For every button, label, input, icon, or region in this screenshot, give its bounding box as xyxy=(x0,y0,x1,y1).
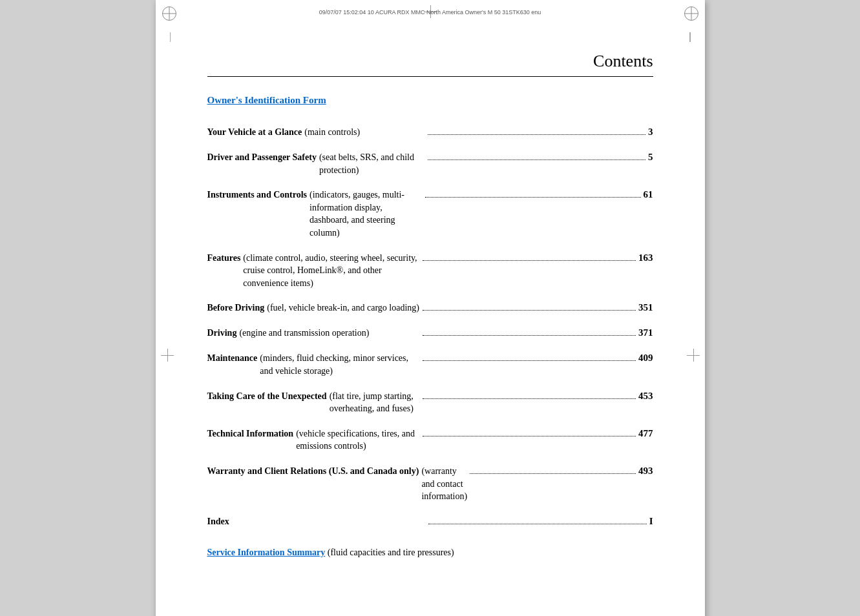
toc-page: 493 xyxy=(638,464,653,478)
title-divider xyxy=(207,76,653,77)
toc-title: Driving xyxy=(207,327,237,340)
toc-title: Taking Care of the Unexpected xyxy=(207,390,327,403)
toc-dots xyxy=(425,197,641,198)
toc-page: 61 xyxy=(644,188,653,201)
toc-entry-text: Before Driving (fuel, vehicle break-in, … xyxy=(207,302,421,314)
toc-title: Warranty and Client Relations (U.S. and … xyxy=(207,465,419,478)
toc-desc: (engine and transmission operation) xyxy=(239,327,369,340)
toc-title: Features xyxy=(207,252,241,265)
toc-title: Your Vehicle at a Glance xyxy=(207,126,302,139)
toc-entry-text: Warranty and Client Relations (U.S. and … xyxy=(207,465,468,503)
toc-page: 453 xyxy=(638,389,653,403)
service-info-desc: (fluid capacities and tire pressures) xyxy=(325,548,454,557)
toc-desc: (fuel, vehicle break-in, and cargo loadi… xyxy=(267,302,419,314)
toc-desc: (indicators, gauges, multi-information d… xyxy=(309,189,423,239)
toc-dots xyxy=(423,398,636,399)
toc-dots xyxy=(470,473,636,474)
toc-desc: (minders, fluid checking, minor services… xyxy=(260,352,420,377)
table-row: Warranty and Client Relations (U.S. and … xyxy=(207,464,653,503)
toc-desc: (climate control, audio, steering wheel,… xyxy=(243,252,420,290)
toc-entry-text: Technical Information (vehicle specifica… xyxy=(207,427,421,453)
toc-dots xyxy=(423,436,636,436)
toc-desc: (main controls) xyxy=(304,126,360,139)
owners-form-link[interactable]: Owner's Identification Form xyxy=(207,95,653,106)
toc-dots xyxy=(423,260,636,261)
table-row: Driver and Passenger Safety (seat belts,… xyxy=(207,150,653,176)
toc-dots xyxy=(428,134,645,135)
toc-title: Before Driving xyxy=(207,302,265,314)
registration-mark-top-right xyxy=(684,6,698,21)
toc-title: Instruments and Controls xyxy=(207,189,308,201)
toc-entry-text: Features (climate control, audio, steeri… xyxy=(207,252,421,290)
top-metadata: 09/07/07 15:02:04 10 ACURA RDX MMC North… xyxy=(188,9,673,15)
registration-mark-top-left xyxy=(162,6,176,21)
toc-title: Index xyxy=(207,515,229,528)
toc-page: 163 xyxy=(638,251,653,265)
toc-dots xyxy=(428,159,645,160)
crosshair-left xyxy=(161,349,174,362)
page-title: Contents xyxy=(207,52,653,71)
service-info-link[interactable]: Service Information Summary xyxy=(207,548,326,557)
table-row: Instruments and Controls (indicators, ga… xyxy=(207,188,653,239)
toc-entry-text: Driving (engine and transmission operati… xyxy=(207,327,421,340)
toc-entry-text: Taking Care of the Unexpected (flat tire… xyxy=(207,390,421,415)
content-area: Contents Owner's Identification Form You… xyxy=(207,52,653,616)
page: 09/07/07 15:02:04 10 ACURA RDX MMC North… xyxy=(156,0,705,616)
toc-page: 477 xyxy=(638,427,653,440)
toc-entry-text: Instruments and Controls (indicators, ga… xyxy=(207,189,423,239)
edge-line-left-top xyxy=(170,32,171,42)
table-row: Index I xyxy=(207,515,653,528)
service-info-section: Service Information Summary (fluid capac… xyxy=(207,548,653,558)
toc-page: 3 xyxy=(648,125,653,139)
toc-dots xyxy=(423,310,636,311)
table-row: Technical Information (vehicle specifica… xyxy=(207,427,653,453)
table-row: Maintenance (minders, fluid checking, mi… xyxy=(207,351,653,377)
toc-dots xyxy=(428,524,647,524)
toc-entry-text: Driver and Passenger Safety (seat belts,… xyxy=(207,151,425,176)
toc-page: 371 xyxy=(638,326,653,340)
toc-desc: (seat belts, SRS, and child protection) xyxy=(319,151,425,176)
toc-dots xyxy=(423,335,636,336)
toc-desc: (warranty and contact information) xyxy=(421,465,467,503)
toc-title: Technical Information xyxy=(207,427,294,440)
toc-page: 351 xyxy=(638,301,653,314)
table-row: Driving (engine and transmission operati… xyxy=(207,326,653,340)
toc-desc: (vehicle specifications, tires, and emis… xyxy=(296,427,420,453)
toc-title: Driver and Passenger Safety xyxy=(207,151,317,164)
toc-page: I xyxy=(649,515,653,528)
metadata-text: 09/07/07 15:02:04 10 ACURA RDX MMC North… xyxy=(319,9,541,15)
toc-entry-text: Your Vehicle at a Glance (main controls) xyxy=(207,126,425,139)
table-row: Your Vehicle at a Glance (main controls)… xyxy=(207,125,653,139)
toc-desc: (flat tire, jump starting, overheating, … xyxy=(330,390,421,415)
toc-dots xyxy=(423,360,636,361)
toc-page: 5 xyxy=(648,150,653,164)
toc-entry-text: Maintenance (minders, fluid checking, mi… xyxy=(207,352,421,377)
toc-entry-text: Index xyxy=(207,515,426,528)
toc-title: Maintenance xyxy=(207,352,258,365)
edge-line-right-top xyxy=(689,32,691,42)
table-row: Before Driving (fuel, vehicle break-in, … xyxy=(207,301,653,314)
table-row: Features (climate control, audio, steeri… xyxy=(207,251,653,290)
table-row: Taking Care of the Unexpected (flat tire… xyxy=(207,389,653,415)
crosshair-right xyxy=(687,349,700,362)
toc-page: 409 xyxy=(638,351,653,365)
toc-list: Your Vehicle at a Glance (main controls)… xyxy=(207,125,653,528)
